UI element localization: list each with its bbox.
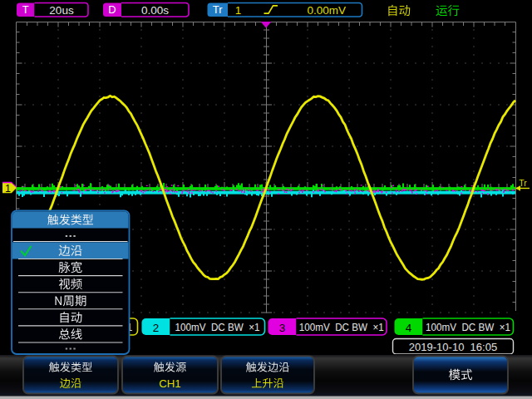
svg-text:3: 3 — [279, 322, 286, 334]
svg-text:2: 2 — [153, 322, 160, 334]
svg-text:100mV DC BW ×1: 100mV DC BW ×1 — [299, 321, 384, 333]
svg-text:T: T — [22, 3, 29, 16]
svg-text:0.00mV: 0.00mV — [307, 4, 346, 17]
svg-text:2019-10-10 16:05: 2019-10-10 16:05 — [409, 341, 497, 353]
svg-text:1: 1 — [235, 4, 242, 17]
svg-text:0.00s: 0.00s — [141, 4, 169, 17]
svg-text:Tr: Tr — [213, 3, 223, 16]
svg-text:Tr: Tr — [519, 178, 527, 188]
svg-text:D: D — [108, 3, 116, 16]
svg-text:20us: 20us — [49, 4, 74, 17]
svg-text:1: 1 — [5, 183, 11, 195]
svg-text:4: 4 — [406, 322, 412, 334]
svg-text:100mV DC BW ×1: 100mV DC BW ×1 — [175, 321, 260, 333]
svg-text:100mV DC BW ×1: 100mV DC BW ×1 — [426, 321, 510, 333]
svg-text:CH1: CH1 — [159, 377, 180, 390]
